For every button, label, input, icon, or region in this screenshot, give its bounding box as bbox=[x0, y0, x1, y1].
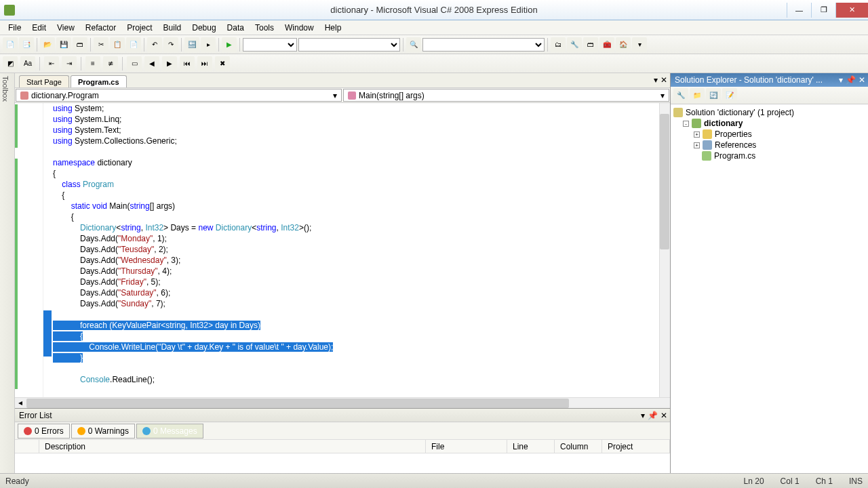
tab-close-icon[interactable]: ✕ bbox=[660, 75, 667, 85]
menu-project[interactable]: Project bbox=[121, 22, 157, 34]
start-page-button[interactable]: 🏠 bbox=[616, 37, 631, 52]
menu-build[interactable]: Build bbox=[158, 22, 187, 34]
panel-dropdown-icon[interactable]: ▾ bbox=[641, 411, 645, 420]
menu-view[interactable]: View bbox=[52, 22, 80, 34]
prev-bookmark-button[interactable]: ◀ bbox=[144, 56, 159, 71]
indent-less-button[interactable]: ⇤ bbox=[44, 56, 59, 71]
status-ins: INS bbox=[849, 476, 863, 486]
add-item-button[interactable]: 📑 bbox=[19, 37, 34, 52]
tree-properties[interactable]: +Properties bbox=[673, 129, 865, 140]
tree-references[interactable]: +References bbox=[673, 140, 865, 150]
tab-start-page[interactable]: Start Page bbox=[19, 75, 69, 87]
status-ready: Ready bbox=[5, 476, 29, 486]
col-description[interactable]: Description bbox=[39, 440, 426, 453]
status-col: Col 1 bbox=[781, 476, 800, 486]
clear-bookmarks-button[interactable]: ✖ bbox=[215, 56, 230, 71]
start-debug-button[interactable]: ▶ bbox=[222, 37, 237, 52]
filter-warnings[interactable]: 0 Warnings bbox=[71, 424, 135, 439]
nav-fwd-button[interactable]: ▸ bbox=[201, 37, 216, 52]
menu-help[interactable]: Help bbox=[319, 22, 347, 34]
save-button[interactable]: 💾 bbox=[56, 37, 71, 52]
minimize-button[interactable]: — bbox=[787, 3, 811, 18]
horizontal-scrollbar[interactable]: ◂ bbox=[15, 397, 670, 408]
find-combo[interactable] bbox=[422, 38, 545, 52]
menu-debug[interactable]: Debug bbox=[186, 22, 221, 34]
indent-more-button[interactable]: ⇥ bbox=[62, 56, 77, 71]
status-bar: Ready Ln 20 Col 1 Ch 1 INS bbox=[0, 473, 868, 488]
close-icon[interactable]: ✕ bbox=[660, 411, 667, 420]
bookmark-button[interactable]: ▭ bbox=[127, 56, 142, 71]
nav-back-button[interactable]: 🔙 bbox=[184, 37, 199, 52]
undo-button[interactable]: ↶ bbox=[147, 37, 162, 52]
vertical-scrollbar[interactable] bbox=[659, 103, 670, 397]
tree-project[interactable]: -dictionary bbox=[673, 118, 865, 129]
status-line: Ln 20 bbox=[744, 476, 764, 486]
menu-data[interactable]: Data bbox=[222, 22, 250, 34]
status-ch: Ch 1 bbox=[816, 476, 833, 486]
copy-button[interactable]: 📋 bbox=[110, 37, 125, 52]
cut-button[interactable]: ✂ bbox=[94, 37, 108, 52]
col-line[interactable]: Line bbox=[507, 440, 555, 453]
pin-icon[interactable]: 📌 bbox=[846, 75, 856, 85]
member-selector[interactable]: Main(string[] args)▾ bbox=[343, 89, 669, 102]
redo-button[interactable]: ↷ bbox=[163, 37, 178, 52]
class-selector[interactable]: dictionary.Program▾ bbox=[16, 89, 342, 102]
toolbox-strip[interactable]: Toolbox bbox=[0, 73, 15, 473]
solution-config-combo[interactable] bbox=[243, 38, 297, 52]
comment-button[interactable]: ≡ bbox=[85, 56, 100, 71]
filter-errors[interactable]: 0 Errors bbox=[18, 424, 70, 439]
col-file[interactable]: File bbox=[426, 440, 507, 453]
object-browser-button[interactable]: 🗃 bbox=[583, 37, 598, 52]
toolbar-text-editor: ◩ Aa ⇤ ⇥ ≡ ≢ ▭ ◀ ▶ ⏮ ⏭ ✖ bbox=[0, 54, 868, 73]
save-all-button[interactable]: 🗃 bbox=[73, 37, 87, 52]
close-icon[interactable]: ✕ bbox=[859, 75, 865, 85]
code-nav-bar: dictionary.Program▾ Main(string[] args)▾ bbox=[15, 88, 670, 103]
tab-program-cs[interactable]: Program.cs bbox=[71, 75, 127, 87]
new-project-button[interactable]: 📄 bbox=[3, 37, 18, 52]
menu-refactor[interactable]: Refactor bbox=[80, 22, 121, 34]
menu-bar: File Edit View Refactor Project Build De… bbox=[0, 20, 868, 35]
open-button[interactable]: 📂 bbox=[40, 37, 55, 52]
close-button[interactable]: ✕ bbox=[835, 3, 868, 18]
app-icon bbox=[4, 5, 15, 16]
panel-dropdown-icon[interactable]: ▾ bbox=[839, 75, 843, 85]
col-column[interactable]: Column bbox=[555, 440, 602, 453]
prev-bookmark-folder-button[interactable]: ⏮ bbox=[180, 56, 195, 71]
paste-button[interactable]: 📄 bbox=[126, 37, 141, 52]
code-editor[interactable]: using System; using System.Linq; using S… bbox=[15, 103, 670, 397]
more-windows-button[interactable]: ▾ bbox=[632, 37, 647, 52]
error-list-title: Error List bbox=[19, 411, 52, 420]
col-project[interactable]: Project bbox=[602, 440, 670, 453]
show-all-files-icon[interactable]: 📁 bbox=[690, 88, 705, 103]
tree-program-cs[interactable]: Program.cs bbox=[673, 150, 865, 161]
find-button[interactable]: 🔍 bbox=[406, 37, 421, 52]
tree-solution[interactable]: Solution 'dictionary' (1 project) bbox=[673, 107, 865, 118]
filter-messages[interactable]: 0 Messages bbox=[136, 424, 203, 439]
next-bookmark-button[interactable]: ▶ bbox=[162, 56, 177, 71]
toolbar-standard: 📄 📑 📂 💾 🗃 ✂ 📋 📄 ↶ ↷ 🔙 ▸ ▶ 🔍 🗂 🔧 🗃 🧰 🏠 ▾ bbox=[0, 35, 868, 54]
document-tabs: Start Page Program.cs ▾ ✕ bbox=[15, 73, 670, 88]
display-object-button[interactable]: ◩ bbox=[3, 56, 18, 71]
pin-icon[interactable]: 📌 bbox=[648, 411, 658, 420]
menu-tools[interactable]: Tools bbox=[250, 22, 279, 34]
maximize-button[interactable]: ❐ bbox=[811, 3, 835, 18]
refresh-icon[interactable]: 🔄 bbox=[706, 88, 721, 103]
solution-platform-combo[interactable] bbox=[298, 38, 400, 52]
view-code-icon[interactable]: 📝 bbox=[722, 88, 737, 103]
solution-explorer: Solution Explorer - Solution 'dictionary… bbox=[670, 73, 868, 473]
properties-icon[interactable]: 🔧 bbox=[673, 88, 688, 103]
display-word-button[interactable]: Aa bbox=[20, 56, 35, 71]
toolbox-button[interactable]: 🧰 bbox=[599, 37, 614, 52]
menu-window[interactable]: Window bbox=[279, 22, 319, 34]
error-list-panel: Error List ▾📌✕ 0 Errors 0 Warnings 0 Mes… bbox=[15, 408, 670, 473]
solution-explorer-button[interactable]: 🗂 bbox=[551, 37, 566, 52]
next-bookmark-folder-button[interactable]: ⏭ bbox=[197, 56, 212, 71]
menu-file[interactable]: File bbox=[3, 22, 26, 34]
solution-explorer-title: Solution Explorer - Solution 'dictionary… bbox=[675, 75, 823, 85]
menu-edit[interactable]: Edit bbox=[26, 22, 52, 34]
tab-dropdown-icon[interactable]: ▾ bbox=[654, 75, 658, 85]
window-title: dictionary - Microsoft Visual C# 2008 Ex… bbox=[330, 5, 537, 15]
properties-button[interactable]: 🔧 bbox=[567, 37, 582, 52]
editor-gutter bbox=[15, 103, 43, 397]
uncomment-button[interactable]: ≢ bbox=[103, 56, 118, 71]
